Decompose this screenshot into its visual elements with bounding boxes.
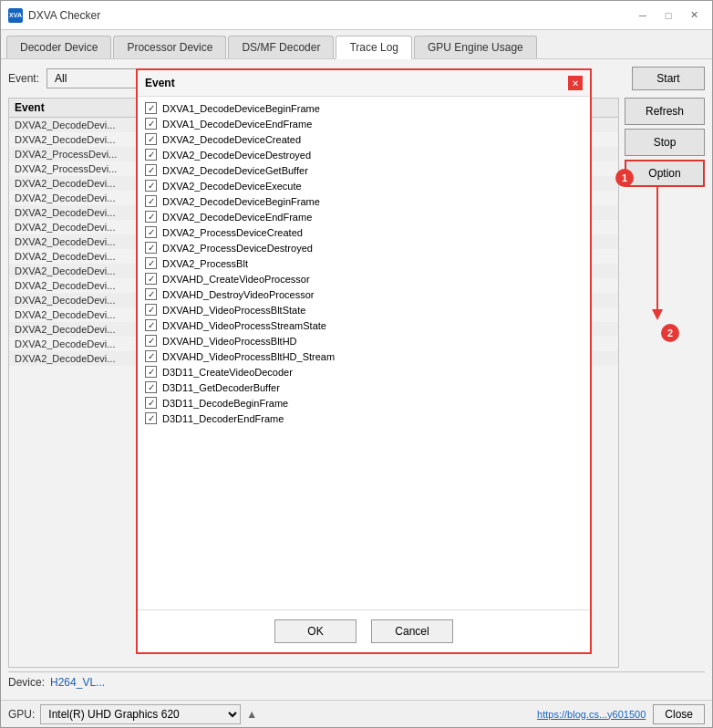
gpu-section: GPU: Intel(R) UHD Graphics 620 ▲: [8, 704, 257, 724]
checkbox-7[interactable]: [145, 211, 157, 223]
checkbox-18[interactable]: [145, 381, 157, 393]
checkbox-6[interactable]: [145, 195, 157, 207]
dialog-item[interactable]: DXVAHD_VideoProcessBltState: [141, 302, 586, 317]
tab-decoder-device[interactable]: Decoder Device: [6, 36, 111, 58]
minimize-button[interactable]: ─: [632, 7, 654, 24]
checkbox-1[interactable]: [145, 118, 157, 130]
dialog-item[interactable]: DXVA2_DecodeDeviceGetBuffer: [141, 162, 586, 178]
dialog-item[interactable]: DXVA2_DecodeDeviceCreated: [141, 131, 586, 147]
item-label-9: DXVA2_ProcessDeviceDestroyed: [162, 243, 313, 254]
item-label-14: DXVAHD_VideoProcessStreamState: [162, 320, 326, 331]
dialog-item[interactable]: DXVA2_ProcessBlt: [141, 255, 586, 271]
tab-trace-log[interactable]: Trace Log: [336, 36, 412, 59]
item-label-0: DXVA1_DecodeDeviceBeginFrame: [162, 103, 320, 114]
dialog-item[interactable]: DXVAHD_VideoProcessBltHD: [141, 333, 586, 348]
dialog-item[interactable]: DXVAHD_VideoProcessBltHD_Stream: [141, 348, 586, 364]
main-close-button[interactable]: Close: [653, 704, 705, 724]
dialog-item[interactable]: DXVA1_DecodeDeviceEndFrame: [141, 116, 586, 131]
item-label-2: DXVA2_DecodeDeviceCreated: [162, 134, 301, 145]
dialog-overlay: Event ✕ DXVA1_DecodeDeviceBeginFrame DXV…: [1, 59, 712, 700]
title-bar: XVA DXVA Checker ─ □ ✕: [1, 1, 712, 30]
checkbox-9[interactable]: [145, 242, 157, 254]
item-label-11: DXVAHD_CreateVideoProcessor: [162, 274, 310, 285]
dialog-item[interactable]: DXVA1_DecodeDeviceBeginFrame: [141, 100, 586, 116]
checkbox-19[interactable]: [145, 397, 157, 409]
checkbox-16[interactable]: [145, 350, 157, 362]
annotation-marker-1: 1: [615, 169, 634, 187]
gpu-label: GPU:: [8, 708, 35, 721]
dialog-item[interactable]: DXVAHD_CreateVideoProcessor: [141, 271, 586, 286]
item-label-12: DXVAHD_DestroyVideoProcessor: [162, 289, 315, 300]
item-label-3: DXVA2_DecodeDeviceDestroyed: [162, 150, 311, 161]
checkbox-13[interactable]: [145, 304, 157, 316]
main-content: Event: All Process: All Start Event DXVA…: [1, 59, 712, 700]
tab-bar: Decoder Device Processor Device DS/MF De…: [1, 30, 712, 59]
annotation-arrow: [612, 178, 685, 342]
item-label-20: D3D11_DecoderEndFrame: [162, 413, 284, 424]
item-label-7: DXVA2_DecodeDeviceEndFrame: [162, 212, 312, 223]
maximize-button[interactable]: □: [657, 7, 679, 24]
item-label-19: D3D11_DecodeBeginFrame: [162, 398, 288, 409]
dialog-item[interactable]: D3D11_CreateVideoDecoder: [141, 364, 586, 380]
checkbox-17[interactable]: [145, 366, 157, 378]
dialog-item[interactable]: DXVA2_ProcessDeviceDestroyed: [141, 240, 586, 255]
title-bar-left: XVA DXVA Checker: [8, 8, 100, 23]
checkbox-10[interactable]: [145, 257, 157, 269]
checkbox-15[interactable]: [145, 335, 157, 347]
checkbox-20[interactable]: [145, 412, 157, 424]
main-window: XVA DXVA Checker ─ □ ✕ Decoder Device Pr…: [0, 0, 713, 728]
dialog-item[interactable]: D3D11_DecoderEndFrame: [141, 411, 586, 426]
checkbox-0[interactable]: [145, 102, 157, 114]
dialog-item[interactable]: DXVA2_DecodeDeviceExecute: [141, 178, 586, 193]
window-controls: ─ □ ✕: [632, 7, 705, 24]
dialog-item[interactable]: DXVA2_DecodeDeviceBeginFrame: [141, 193, 586, 209]
status-bar: GPU: Intel(R) UHD Graphics 620 ▲ https:/…: [1, 700, 712, 727]
item-label-13: DXVAHD_VideoProcessBltState: [162, 305, 305, 316]
item-label-17: D3D11_CreateVideoDecoder: [162, 367, 293, 378]
dialog-close-button[interactable]: ✕: [568, 76, 583, 90]
annotation-marker-2: 2: [661, 324, 679, 342]
checkbox-5[interactable]: [145, 180, 157, 192]
tab-processor-device[interactable]: Processor Device: [113, 36, 226, 58]
checkbox-3[interactable]: [145, 149, 157, 161]
dialog-cancel-button[interactable]: Cancel: [371, 619, 453, 643]
dialog-title: Event: [145, 77, 175, 89]
item-label-8: DXVA2_ProcessDeviceCreated: [162, 227, 303, 238]
event-dialog: Event ✕ DXVA1_DecodeDeviceBeginFrame DXV…: [136, 68, 592, 654]
dialog-header: Event ✕: [138, 70, 590, 97]
checkbox-14[interactable]: [145, 319, 157, 331]
tab-gpu-engine-usage[interactable]: GPU Engine Usage: [414, 36, 537, 58]
dialog-item[interactable]: DXVAHD_VideoProcessStreamState: [141, 317, 586, 333]
tab-ds-mf-decoder[interactable]: DS/MF Decoder: [228, 36, 334, 58]
item-label-10: DXVA2_ProcessBlt: [162, 258, 248, 269]
checkbox-12[interactable]: [145, 288, 157, 300]
dialog-item[interactable]: D3D11_GetDecoderBuffer: [141, 380, 586, 395]
item-label-16: DXVAHD_VideoProcessBltHD_Stream: [162, 351, 335, 362]
window-title: DXVA Checker: [28, 9, 100, 22]
gpu-select[interactable]: Intel(R) UHD Graphics 620: [40, 704, 241, 724]
dialog-item[interactable]: DXVA2_DecodeDeviceDestroyed: [141, 147, 586, 162]
item-label-6: DXVA2_DecodeDeviceBeginFrame: [162, 196, 320, 207]
item-label-1: DXVA1_DecodeDeviceEndFrame: [162, 119, 312, 130]
item-label-15: DXVAHD_VideoProcessBltHD: [162, 336, 297, 347]
checkbox-8[interactable]: [145, 226, 157, 238]
item-label-5: DXVA2_DecodeDeviceExecute: [162, 181, 302, 192]
dialog-list[interactable]: DXVA1_DecodeDeviceBeginFrame DXVA1_Decod…: [138, 97, 590, 609]
close-button[interactable]: ✕: [683, 7, 705, 24]
item-label-18: D3D11_GetDecoderBuffer: [162, 382, 280, 393]
checkbox-11[interactable]: [145, 273, 157, 285]
dialog-item[interactable]: DXVA2_ProcessDeviceCreated: [141, 224, 586, 240]
item-label-4: DXVA2_DecodeDeviceGetBuffer: [162, 165, 308, 176]
dialog-item[interactable]: DXVAHD_DestroyVideoProcessor: [141, 286, 586, 302]
dialog-item[interactable]: DXVA2_DecodeDeviceEndFrame: [141, 209, 586, 224]
dialog-footer: OK Cancel: [138, 609, 590, 652]
status-link[interactable]: https://blog.cs...y601500: [537, 709, 646, 720]
dialog-item[interactable]: D3D11_DecodeBeginFrame: [141, 395, 586, 411]
dialog-ok-button[interactable]: OK: [274, 619, 356, 643]
checkbox-2[interactable]: [145, 133, 157, 145]
checkbox-4[interactable]: [145, 164, 157, 176]
app-icon: XVA: [8, 8, 23, 23]
